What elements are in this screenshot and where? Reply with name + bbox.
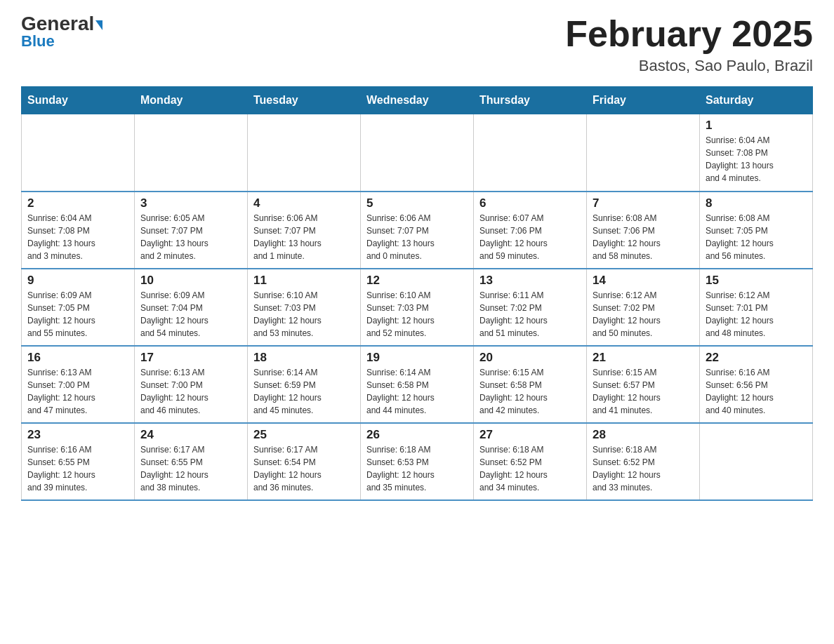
day-info: Sunrise: 6:08 AM Sunset: 7:05 PM Dayligh… bbox=[706, 212, 807, 262]
day-info: Sunrise: 6:17 AM Sunset: 6:55 PM Dayligh… bbox=[140, 443, 241, 494]
day-number: 11 bbox=[253, 274, 355, 288]
calendar-cell: 4Sunrise: 6:06 AM Sunset: 7:07 PM Daylig… bbox=[248, 192, 361, 269]
day-number: 21 bbox=[593, 351, 694, 365]
calendar-cell: 25Sunrise: 6:17 AM Sunset: 6:54 PM Dayli… bbox=[248, 423, 361, 500]
day-info: Sunrise: 6:18 AM Sunset: 6:52 PM Dayligh… bbox=[593, 443, 694, 494]
day-info: Sunrise: 6:16 AM Sunset: 6:55 PM Dayligh… bbox=[27, 443, 128, 494]
day-info: Sunrise: 6:07 AM Sunset: 7:06 PM Dayligh… bbox=[479, 212, 581, 262]
day-number: 10 bbox=[140, 274, 241, 288]
calendar-cell: 16Sunrise: 6:13 AM Sunset: 7:00 PM Dayli… bbox=[22, 346, 135, 423]
calendar-table: SundayMondayTuesdayWednesdayThursdayFrid… bbox=[21, 86, 813, 501]
day-info: Sunrise: 6:13 AM Sunset: 7:00 PM Dayligh… bbox=[140, 366, 241, 417]
calendar-cell: 28Sunrise: 6:18 AM Sunset: 6:52 PM Dayli… bbox=[587, 423, 700, 500]
logo-blue-text: Blue bbox=[21, 32, 55, 51]
calendar-cell: 20Sunrise: 6:15 AM Sunset: 6:58 PM Dayli… bbox=[474, 346, 587, 423]
weekday-header-monday: Monday bbox=[135, 87, 248, 114]
logo: General Blue bbox=[21, 14, 102, 51]
day-info: Sunrise: 6:18 AM Sunset: 6:53 PM Dayligh… bbox=[366, 443, 468, 494]
calendar-cell bbox=[22, 114, 135, 192]
day-number: 20 bbox=[479, 351, 581, 365]
day-info: Sunrise: 6:14 AM Sunset: 6:59 PM Dayligh… bbox=[253, 366, 355, 417]
logo-general-text: General bbox=[21, 14, 102, 34]
calendar-cell bbox=[700, 423, 813, 500]
calendar-cell: 8Sunrise: 6:08 AM Sunset: 7:05 PM Daylig… bbox=[700, 192, 813, 269]
day-info: Sunrise: 6:15 AM Sunset: 6:58 PM Dayligh… bbox=[479, 366, 581, 417]
day-number: 14 bbox=[593, 274, 694, 288]
weekday-header-thursday: Thursday bbox=[474, 87, 587, 114]
day-number: 27 bbox=[479, 428, 581, 442]
week-row-4: 16Sunrise: 6:13 AM Sunset: 7:00 PM Dayli… bbox=[22, 346, 813, 423]
day-info: Sunrise: 6:17 AM Sunset: 6:54 PM Dayligh… bbox=[253, 443, 355, 494]
day-number: 28 bbox=[593, 428, 694, 442]
day-number: 18 bbox=[253, 351, 355, 365]
month-title: February 2025 bbox=[565, 14, 813, 54]
day-info: Sunrise: 6:08 AM Sunset: 7:06 PM Dayligh… bbox=[593, 212, 694, 262]
calendar-cell: 3Sunrise: 6:05 AM Sunset: 7:07 PM Daylig… bbox=[135, 192, 248, 269]
calendar-cell: 19Sunrise: 6:14 AM Sunset: 6:58 PM Dayli… bbox=[361, 346, 474, 423]
calendar-cell: 13Sunrise: 6:11 AM Sunset: 7:02 PM Dayli… bbox=[474, 269, 587, 346]
day-info: Sunrise: 6:12 AM Sunset: 7:01 PM Dayligh… bbox=[706, 289, 807, 340]
day-number: 26 bbox=[366, 428, 468, 442]
calendar-cell: 7Sunrise: 6:08 AM Sunset: 7:06 PM Daylig… bbox=[587, 192, 700, 269]
logo-triangle-icon bbox=[95, 20, 102, 30]
week-row-2: 2Sunrise: 6:04 AM Sunset: 7:08 PM Daylig… bbox=[22, 192, 813, 269]
location-title: Bastos, Sao Paulo, Brazil bbox=[565, 57, 813, 75]
day-number: 2 bbox=[27, 196, 128, 210]
week-row-5: 23Sunrise: 6:16 AM Sunset: 6:55 PM Dayli… bbox=[22, 423, 813, 500]
day-number: 3 bbox=[140, 196, 241, 210]
calendar-cell: 18Sunrise: 6:14 AM Sunset: 6:59 PM Dayli… bbox=[248, 346, 361, 423]
calendar-cell bbox=[474, 114, 587, 192]
calendar-cell: 24Sunrise: 6:17 AM Sunset: 6:55 PM Dayli… bbox=[135, 423, 248, 500]
day-info: Sunrise: 6:13 AM Sunset: 7:00 PM Dayligh… bbox=[27, 366, 128, 417]
calendar-cell: 27Sunrise: 6:18 AM Sunset: 6:52 PM Dayli… bbox=[474, 423, 587, 500]
calendar-cell bbox=[587, 114, 700, 192]
day-number: 9 bbox=[27, 274, 128, 288]
calendar-cell: 2Sunrise: 6:04 AM Sunset: 7:08 PM Daylig… bbox=[22, 192, 135, 269]
day-number: 25 bbox=[253, 428, 355, 442]
calendar-cell: 9Sunrise: 6:09 AM Sunset: 7:05 PM Daylig… bbox=[22, 269, 135, 346]
calendar-cell: 21Sunrise: 6:15 AM Sunset: 6:57 PM Dayli… bbox=[587, 346, 700, 423]
week-row-1: 1Sunrise: 6:04 AM Sunset: 7:08 PM Daylig… bbox=[22, 114, 813, 192]
day-number: 15 bbox=[706, 274, 807, 288]
day-number: 24 bbox=[140, 428, 241, 442]
weekday-header-row: SundayMondayTuesdayWednesdayThursdayFrid… bbox=[22, 87, 813, 114]
weekday-header-sunday: Sunday bbox=[22, 87, 135, 114]
weekday-header-wednesday: Wednesday bbox=[361, 87, 474, 114]
day-info: Sunrise: 6:09 AM Sunset: 7:04 PM Dayligh… bbox=[140, 289, 241, 340]
calendar-cell: 5Sunrise: 6:06 AM Sunset: 7:07 PM Daylig… bbox=[361, 192, 474, 269]
day-info: Sunrise: 6:04 AM Sunset: 7:08 PM Dayligh… bbox=[27, 212, 128, 262]
calendar-cell: 1Sunrise: 6:04 AM Sunset: 7:08 PM Daylig… bbox=[700, 114, 813, 192]
weekday-header-friday: Friday bbox=[587, 87, 700, 114]
calendar-cell: 10Sunrise: 6:09 AM Sunset: 7:04 PM Dayli… bbox=[135, 269, 248, 346]
day-number: 17 bbox=[140, 351, 241, 365]
calendar-cell: 11Sunrise: 6:10 AM Sunset: 7:03 PM Dayli… bbox=[248, 269, 361, 346]
day-number: 5 bbox=[366, 196, 468, 210]
weekday-header-saturday: Saturday bbox=[700, 87, 813, 114]
day-info: Sunrise: 6:10 AM Sunset: 7:03 PM Dayligh… bbox=[366, 289, 468, 340]
title-area: February 2025 Bastos, Sao Paulo, Brazil bbox=[565, 14, 813, 75]
day-info: Sunrise: 6:05 AM Sunset: 7:07 PM Dayligh… bbox=[140, 212, 241, 262]
calendar-cell bbox=[135, 114, 248, 192]
header: General Blue February 2025 Bastos, Sao P… bbox=[21, 14, 813, 75]
day-info: Sunrise: 6:16 AM Sunset: 6:56 PM Dayligh… bbox=[706, 366, 807, 417]
day-info: Sunrise: 6:10 AM Sunset: 7:03 PM Dayligh… bbox=[253, 289, 355, 340]
day-number: 1 bbox=[706, 119, 807, 133]
calendar-cell bbox=[361, 114, 474, 192]
day-info: Sunrise: 6:09 AM Sunset: 7:05 PM Dayligh… bbox=[27, 289, 128, 340]
day-number: 7 bbox=[593, 196, 694, 210]
calendar-cell: 14Sunrise: 6:12 AM Sunset: 7:02 PM Dayli… bbox=[587, 269, 700, 346]
calendar-cell: 26Sunrise: 6:18 AM Sunset: 6:53 PM Dayli… bbox=[361, 423, 474, 500]
calendar-cell: 12Sunrise: 6:10 AM Sunset: 7:03 PM Dayli… bbox=[361, 269, 474, 346]
day-number: 13 bbox=[479, 274, 581, 288]
day-info: Sunrise: 6:18 AM Sunset: 6:52 PM Dayligh… bbox=[479, 443, 581, 494]
day-info: Sunrise: 6:12 AM Sunset: 7:02 PM Dayligh… bbox=[593, 289, 694, 340]
day-number: 23 bbox=[27, 428, 128, 442]
day-number: 19 bbox=[366, 351, 468, 365]
day-number: 6 bbox=[479, 196, 581, 210]
calendar-cell: 15Sunrise: 6:12 AM Sunset: 7:01 PM Dayli… bbox=[700, 269, 813, 346]
calendar-cell: 17Sunrise: 6:13 AM Sunset: 7:00 PM Dayli… bbox=[135, 346, 248, 423]
week-row-3: 9Sunrise: 6:09 AM Sunset: 7:05 PM Daylig… bbox=[22, 269, 813, 346]
calendar-cell: 6Sunrise: 6:07 AM Sunset: 7:06 PM Daylig… bbox=[474, 192, 587, 269]
day-info: Sunrise: 6:04 AM Sunset: 7:08 PM Dayligh… bbox=[706, 134, 807, 185]
calendar-cell: 22Sunrise: 6:16 AM Sunset: 6:56 PM Dayli… bbox=[700, 346, 813, 423]
